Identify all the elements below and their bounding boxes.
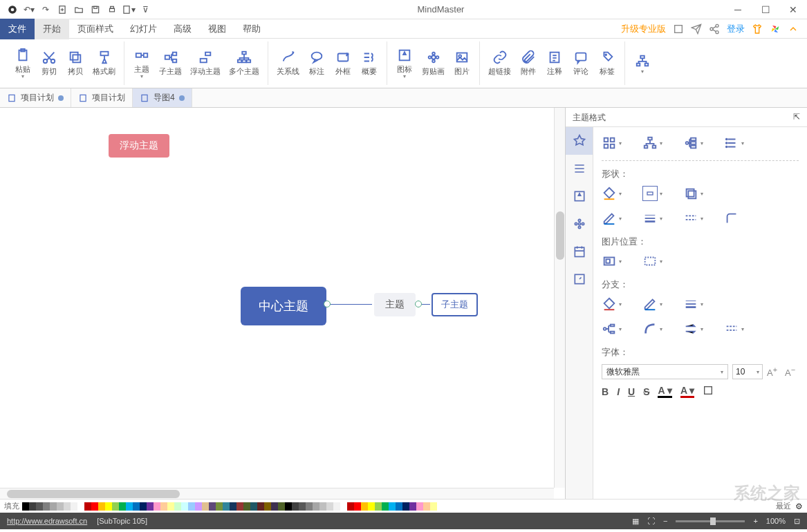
bold-button[interactable]: B (602, 386, 609, 397)
color-swatch[interactable] (202, 502, 209, 511)
paste-button[interactable]: 粘贴▾ (10, 41, 36, 85)
branch-line-color[interactable]: ▾ (642, 296, 662, 312)
color-swatch[interactable] (382, 502, 389, 511)
highlight-button[interactable]: A ▾ (680, 385, 694, 398)
side-tab-outline[interactable] (566, 155, 593, 182)
tab-project-plan-2[interactable]: 项目计划 (71, 88, 133, 107)
callout-button[interactable]: 标注 (304, 41, 330, 85)
color-swatch[interactable] (347, 502, 354, 511)
color-swatch[interactable] (230, 502, 236, 511)
color-swatch[interactable] (340, 502, 347, 511)
color-swatch[interactable] (319, 502, 326, 511)
zoom-slider[interactable] (676, 520, 745, 522)
border-width[interactable]: ▾ (642, 211, 662, 226)
close-button[interactable]: ✕ (785, 4, 801, 15)
font-color-button[interactable]: A ▾ (658, 385, 671, 398)
zoom-value[interactable]: 100% (766, 517, 786, 525)
collapse-ribbon-icon[interactable] (788, 23, 799, 35)
color-swatch[interactable] (285, 502, 292, 511)
color-swatch[interactable] (29, 502, 36, 511)
border-color[interactable]: ▾ (602, 211, 622, 226)
tab-project-plan-1[interactable]: 项目计划 (0, 88, 71, 107)
menu-file[interactable]: 文件 (0, 19, 35, 39)
color-swatch[interactable] (181, 502, 188, 511)
image-button[interactable]: 图片 (449, 41, 475, 85)
color-swatch[interactable] (271, 502, 278, 511)
scroll-thumb[interactable] (556, 211, 564, 260)
branch-connector[interactable]: ▾ (602, 321, 622, 336)
comment-button[interactable]: 评论 (568, 41, 594, 85)
color-swatch[interactable] (430, 502, 437, 511)
subtopic-node[interactable]: 子主题 (432, 293, 478, 316)
color-swatch[interactable] (223, 502, 230, 511)
color-swatch[interactable] (306, 502, 313, 511)
note-button[interactable]: 注释 (541, 41, 568, 85)
tag-button[interactable]: 标签 (594, 41, 620, 85)
color-swatch[interactable] (154, 502, 160, 511)
color-swatch[interactable] (209, 502, 216, 511)
color-swatch[interactable] (292, 502, 299, 511)
color-swatch[interactable] (361, 502, 368, 511)
more-colors-icon[interactable]: ⚙ (795, 502, 803, 511)
color-swatch[interactable] (333, 502, 340, 511)
corner-radius[interactable] (724, 211, 739, 226)
color-swatch[interactable] (216, 502, 223, 511)
color-swatch[interactable] (368, 502, 375, 511)
zoom-fit-icon[interactable]: ⊡ (794, 517, 800, 526)
vertical-scrollbar[interactable] (554, 108, 565, 488)
node-handle[interactable] (415, 301, 422, 307)
layout-style-1[interactable]: ▾ (602, 135, 622, 151)
save-button[interactable] (89, 3, 102, 17)
color-swatch[interactable] (195, 502, 202, 511)
color-swatch[interactable] (160, 502, 167, 511)
color-swatch[interactable] (416, 502, 423, 511)
redo-button[interactable]: ↷ (39, 3, 53, 17)
side-tab-format[interactable] (566, 127, 593, 155)
color-swatch[interactable] (423, 502, 430, 511)
node-handle[interactable] (324, 301, 331, 307)
zoom-out[interactable]: − (663, 517, 667, 525)
clear-format-button[interactable] (703, 385, 714, 398)
branch-fill[interactable]: ▾ (602, 296, 622, 312)
color-swatch[interactable] (250, 502, 257, 511)
decrease-font[interactable]: A− (785, 365, 799, 378)
side-tab-history[interactable] (566, 265, 593, 293)
fill-color[interactable]: ▾ (602, 186, 622, 201)
color-swatch[interactable] (264, 502, 271, 511)
color-swatch[interactable] (22, 502, 29, 511)
layout-style-2[interactable]: ▾ (642, 135, 662, 151)
layout-button[interactable]: ▾ (629, 41, 656, 85)
format-painter-button[interactable]: 格式刷 (89, 41, 120, 85)
maximize-button[interactable]: ☐ (757, 4, 774, 15)
color-swatch[interactable] (119, 502, 126, 511)
side-tab-theme[interactable] (566, 182, 593, 210)
color-swatch[interactable] (236, 502, 243, 511)
topic-button[interactable]: 主题▾ (129, 41, 155, 85)
color-swatch[interactable] (147, 502, 154, 511)
branch-curve[interactable]: ▾ (642, 321, 662, 336)
menu-view[interactable]: 视图 (200, 19, 234, 39)
color-swatch[interactable] (43, 502, 50, 511)
zoom-thumb[interactable] (710, 517, 716, 525)
strike-button[interactable]: S (643, 386, 649, 397)
center-topic-node[interactable]: 中心主题 (241, 287, 326, 325)
boundary-button[interactable]: 外框 (330, 41, 356, 85)
shadow[interactable]: ▾ (683, 186, 703, 201)
layout-style-4[interactable]: ▾ (724, 135, 744, 151)
clipart-button[interactable]: 剪贴画 (418, 41, 449, 85)
canvas[interactable]: 浮动主题 中心主题 主题 子主题 (0, 108, 565, 499)
color-swatch[interactable] (313, 502, 319, 511)
color-swatch[interactable] (167, 502, 174, 511)
color-swatch[interactable] (243, 502, 250, 511)
menu-advanced[interactable]: 高级 (165, 19, 200, 39)
color-swatch[interactable] (84, 502, 91, 511)
border-dash[interactable]: ▾ (683, 211, 703, 226)
color-swatch[interactable] (36, 502, 43, 511)
subtopic-button[interactable]: 子主题 (155, 41, 186, 85)
icon-button[interactable]: 图标▾ (391, 41, 418, 85)
pinwheel-icon[interactable] (770, 23, 781, 35)
zoom-in[interactable]: + (753, 517, 757, 525)
italic-button[interactable]: I (617, 386, 620, 397)
side-tab-task[interactable] (566, 238, 593, 265)
side-tab-clipart[interactable] (566, 210, 593, 238)
